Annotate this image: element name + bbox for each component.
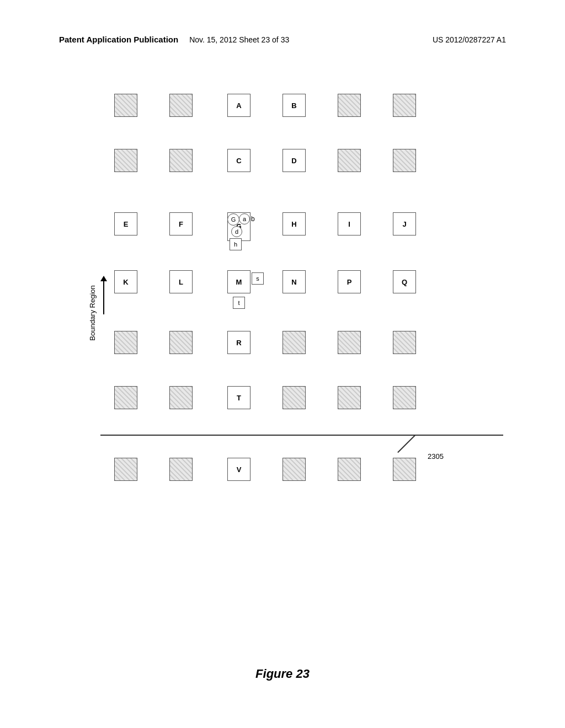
- label-2305: 2305: [428, 452, 444, 461]
- cell-r5-6: [393, 331, 416, 354]
- publication-title: Patent Application Publication: [59, 35, 178, 44]
- cell-r7-2: [169, 458, 193, 481]
- cell-A: A: [227, 94, 250, 117]
- label-b: b: [251, 215, 255, 223]
- cell-r6-4: [282, 386, 306, 409]
- cell-r6-1: [114, 386, 137, 409]
- cell-D: D: [282, 149, 306, 172]
- cell-C: C: [227, 149, 250, 172]
- box-s: s: [252, 272, 264, 285]
- cell-r7-6: [393, 458, 416, 481]
- cell-K: K: [114, 270, 137, 293]
- arrow-up: [100, 276, 107, 314]
- cell-r1-2: [169, 94, 193, 117]
- cell-R: R: [227, 331, 250, 354]
- cell-r1-1: [114, 94, 137, 117]
- cell-r2-2: [169, 149, 193, 172]
- arrow-line: [103, 281, 104, 314]
- circle-G: G: [227, 213, 239, 226]
- cell-M: M: [227, 270, 250, 293]
- publication-number: US 2012/0287227 A1: [433, 35, 506, 44]
- boundary-label: Boundary Region: [88, 285, 97, 340]
- cell-r5-2: [169, 331, 193, 354]
- cell-I: I: [338, 212, 361, 235]
- box-t: t: [233, 297, 245, 309]
- cell-L: L: [169, 270, 193, 293]
- cell-r7-1: [114, 458, 137, 481]
- cell-r1-5: [338, 94, 361, 117]
- cell-r7-4: [282, 458, 306, 481]
- figure-caption: Figure 23: [0, 667, 565, 681]
- arrow-head: [100, 276, 107, 281]
- cell-Q: Q: [393, 270, 416, 293]
- box-h-row3: h: [230, 238, 242, 250]
- cell-r5-1: [114, 331, 137, 354]
- cell-r6-2: [169, 386, 193, 409]
- separator-line: [100, 435, 503, 436]
- cell-V: V: [227, 458, 250, 481]
- cell-J: J: [393, 212, 416, 235]
- cell-r5-5: [338, 331, 361, 354]
- cell-P: P: [338, 270, 361, 293]
- cell-H: H: [282, 212, 306, 235]
- page-header: Patent Application Publication Nov. 15, …: [59, 35, 506, 44]
- cell-B: B: [282, 94, 306, 117]
- cell-r2-5: [338, 149, 361, 172]
- cell-r6-5: [338, 386, 361, 409]
- cell-r1-6: [393, 94, 416, 117]
- diagram: Boundary Region A B C D E F G G a b d h …: [59, 94, 506, 618]
- cell-E: E: [114, 212, 137, 235]
- cell-F: F: [169, 212, 193, 235]
- cell-r5-4: [282, 331, 306, 354]
- cell-N: N: [282, 270, 306, 293]
- cell-r2-1: [114, 149, 137, 172]
- cell-r7-5: [338, 458, 361, 481]
- cell-T: T: [227, 386, 250, 409]
- circle-a: a: [239, 213, 250, 224]
- circle-d: d: [231, 226, 242, 237]
- diagonal-line: [397, 435, 415, 453]
- publication-date: Nov. 15, 2012 Sheet 23 of 33: [189, 35, 289, 44]
- cell-r6-6: [393, 386, 416, 409]
- cell-r2-6: [393, 149, 416, 172]
